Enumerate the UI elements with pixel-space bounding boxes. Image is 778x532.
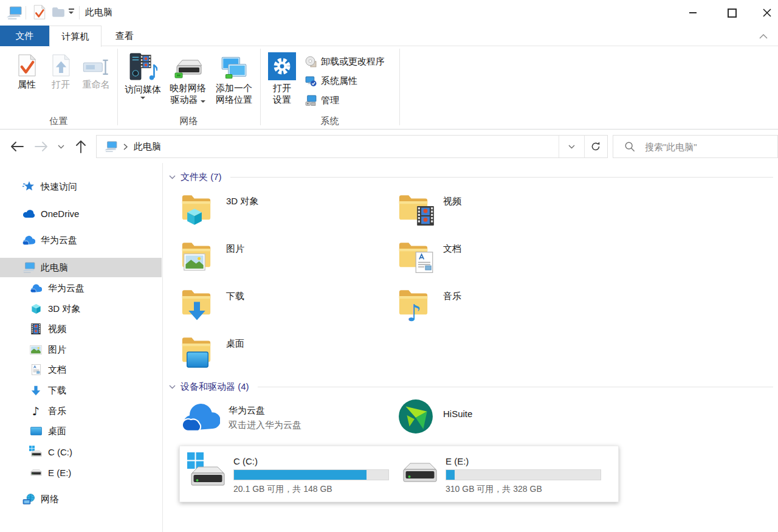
ribbon-system-properties-button[interactable]: 系统属性 bbox=[305, 73, 402, 89]
qat-customize-caret-icon[interactable] bbox=[69, 12, 74, 14]
drive-usage-fill bbox=[234, 470, 367, 480]
ribbon-map-network-drive-button[interactable]: 映射网络 驱动器 bbox=[167, 50, 209, 105]
group-header-label: 设备和驱动器 (4) bbox=[181, 381, 249, 393]
device-subtitle: 双击进入华为云盘 bbox=[229, 420, 301, 431]
sidebar-item-label: 快速访问 bbox=[41, 181, 77, 193]
uninstall-label: 卸载或更改程序 bbox=[321, 56, 385, 67]
document-icon bbox=[29, 364, 43, 375]
qat-new-folder-icon[interactable] bbox=[52, 7, 65, 19]
minimize-icon bbox=[689, 12, 697, 13]
film-icon bbox=[417, 206, 434, 227]
media-server-icon bbox=[128, 50, 157, 81]
sidebar-item-label: 桌面 bbox=[48, 426, 66, 437]
folder-icon bbox=[180, 283, 215, 321]
ribbon-uninstall-button[interactable]: 卸载或更改程序 bbox=[305, 54, 402, 69]
ribbon-group-network: 网络 bbox=[117, 116, 260, 127]
folder-label: 下载 bbox=[226, 291, 244, 327]
group-header-label: 文件夹 (7) bbox=[181, 171, 222, 183]
ribbon-properties-button[interactable]: 属性 bbox=[10, 50, 44, 90]
sidebar-item-quick-access[interactable]: 快速访问 bbox=[0, 177, 162, 196]
ribbon-access-media-button[interactable]: 访问媒体 bbox=[122, 50, 164, 99]
folder-tile-documents[interactable]: 文档 bbox=[397, 236, 608, 280]
folder-icon bbox=[180, 331, 215, 368]
device-name: 华为云盘 bbox=[229, 405, 301, 416]
sidebar-item-this-pc[interactable]: 此电脑 bbox=[0, 258, 162, 277]
tab-view[interactable]: 查看 bbox=[102, 26, 148, 46]
sidebar-item-pictures[interactable]: 图片 bbox=[0, 340, 162, 359]
sidebar-item-label: 视频 bbox=[48, 323, 66, 335]
folder-tile-downloads[interactable]: 下载 bbox=[180, 283, 391, 327]
qat-customize-icon[interactable] bbox=[69, 9, 74, 10]
sidebar-item-label: E (E:) bbox=[48, 468, 71, 478]
sidebar-item-onedrive[interactable]: OneDrive bbox=[0, 204, 162, 223]
folder-icon bbox=[180, 236, 215, 274]
chevron-down-icon bbox=[58, 145, 64, 149]
minimize-button[interactable] bbox=[679, 0, 707, 26]
sidebar-item-downloads[interactable]: 下载 bbox=[0, 381, 162, 400]
folder-icon bbox=[397, 236, 432, 274]
drive-icon bbox=[397, 452, 446, 496]
tab-file-label: 文件 bbox=[16, 30, 34, 42]
collapse-ribbon-button[interactable] bbox=[755, 30, 772, 43]
ribbon-manage-button[interactable]: 管理 bbox=[305, 92, 402, 108]
tab-computer[interactable]: 计算机 bbox=[49, 26, 102, 47]
sidebar-item-drive-c[interactable]: C (C:) bbox=[0, 442, 162, 461]
close-button[interactable] bbox=[756, 0, 778, 26]
recent-locations-button[interactable] bbox=[55, 137, 67, 156]
sidebar-item-desktop[interactable]: 桌面 bbox=[0, 421, 162, 441]
folder-tile-videos[interactable]: 视频 bbox=[397, 188, 608, 232]
folder-tile-3d-objects[interactable]: 3D 对象 bbox=[180, 188, 391, 232]
group-header-folders[interactable]: 文件夹 (7) bbox=[169, 171, 773, 183]
close-icon bbox=[763, 9, 771, 17]
sidebar-item-documents[interactable]: 文档 bbox=[0, 360, 162, 379]
qat-properties-icon[interactable] bbox=[33, 5, 46, 21]
download-arrow-icon bbox=[188, 301, 206, 323]
refresh-button[interactable] bbox=[584, 136, 607, 157]
sidebar-item-network[interactable]: 网络 bbox=[0, 489, 162, 509]
tab-file[interactable]: 文件 bbox=[0, 26, 49, 46]
manage-icon bbox=[305, 95, 317, 106]
drive-tile-c[interactable]: C (C:) 20.1 GB 可用，共 148 GB bbox=[185, 452, 396, 496]
this-pc-icon bbox=[6, 6, 22, 21]
quick-access-star-icon bbox=[22, 181, 35, 193]
sidebar-item-drive-e[interactable]: E (E:) bbox=[0, 463, 162, 482]
ribbon-add-network-location-button[interactable]: 添加一个 网络位置 bbox=[210, 50, 258, 105]
sidebar-item-huawei-cloud-child[interactable]: 华为云盘 bbox=[0, 278, 162, 298]
search-box[interactable] bbox=[613, 135, 778, 158]
ribbon-rename-button[interactable]: 重命名 bbox=[77, 50, 115, 90]
folder-tile-music[interactable]: ♪ 音乐 bbox=[397, 283, 608, 327]
sidebar-item-label: 下载 bbox=[48, 385, 66, 396]
forward-button[interactable] bbox=[32, 137, 50, 156]
huawei-cloud-icon bbox=[180, 398, 220, 435]
folder-label: 桌面 bbox=[226, 338, 244, 375]
device-tile-hisuite[interactable]: HiSuite bbox=[397, 398, 608, 441]
breadcrumb-chevron-icon bbox=[123, 143, 128, 150]
sidebar-item-3d-objects[interactable]: 3D 对象 bbox=[0, 299, 162, 319]
ribbon-open-settings-button[interactable]: 打开 设置 bbox=[265, 50, 299, 105]
device-tile-huawei-cloud[interactable]: 华为云盘 双击进入华为云盘 bbox=[180, 398, 391, 441]
address-dropdown-button[interactable] bbox=[559, 136, 584, 157]
sidebar-item-label: 此电脑 bbox=[41, 262, 68, 274]
address-bar[interactable]: 此电脑 bbox=[96, 135, 608, 158]
search-input[interactable] bbox=[644, 141, 768, 153]
ribbon-open-button[interactable]: 打开 bbox=[46, 50, 75, 90]
up-button[interactable] bbox=[72, 137, 90, 156]
tab-computer-label: 计算机 bbox=[62, 31, 89, 43]
breadcrumb[interactable]: 此电脑 bbox=[134, 141, 161, 153]
maximize-button[interactable] bbox=[718, 0, 746, 26]
sidebar-item-label: OneDrive bbox=[41, 209, 79, 219]
ribbon-group-location: 位置 bbox=[0, 116, 117, 127]
folder-tile-desktop[interactable]: 桌面 bbox=[180, 331, 391, 375]
sidebar-item-videos[interactable]: 视频 bbox=[0, 319, 162, 339]
back-button[interactable] bbox=[8, 137, 26, 156]
sidebar-item-huawei-cloud[interactable]: 华为云盘 bbox=[0, 230, 162, 250]
sidebar-item-music[interactable]: ♪ 音乐 bbox=[0, 401, 162, 421]
download-arrow-icon bbox=[29, 385, 43, 396]
folder-tile-pictures[interactable]: 图片 bbox=[180, 236, 391, 280]
drive-tile-e[interactable]: E (E:) 310 GB 可用，共 328 GB bbox=[397, 452, 608, 496]
folder-icon bbox=[397, 188, 432, 226]
group-header-devices[interactable]: 设备和驱动器 (4) bbox=[169, 381, 773, 393]
music-note-icon: ♪ bbox=[407, 303, 421, 323]
huawei-cloud-icon bbox=[22, 235, 35, 246]
ribbon-group-separator bbox=[260, 49, 261, 125]
